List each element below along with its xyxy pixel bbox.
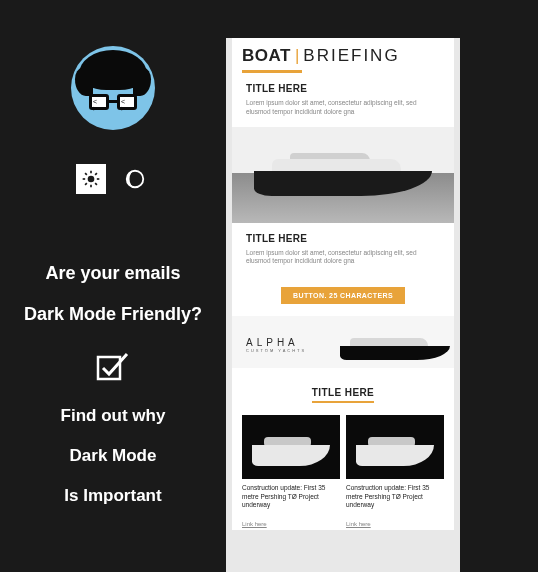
sponsor-tagline: CUSTOM YACHTS — [246, 348, 306, 353]
article-body: Lorem ipsum dolor sit amet, consectetur … — [246, 99, 440, 117]
headline-line-1: Are your emails — [24, 262, 202, 285]
story-card: Construction update: First 35 metre Pers… — [242, 415, 340, 530]
checkmark-icon — [96, 351, 130, 385]
hero-image-yacht — [232, 127, 454, 223]
cta-button[interactable]: BUTTON. 25 CHARACTERS — [281, 287, 405, 304]
article-1: TITLE HERE Lorem ipsum dolor sit amet, c… — [232, 83, 454, 127]
article-title: TITLE HERE — [246, 233, 440, 244]
subhead-line-1: Find out why — [61, 405, 166, 427]
avatar — [71, 46, 155, 130]
subhead-line-2: Dark Mode — [61, 445, 166, 467]
svg-line-8 — [95, 173, 97, 175]
article-2: TITLE HERE Lorem ipsum dolor sit amet, c… — [232, 223, 454, 277]
subhead-line-3: Is Important — [61, 485, 166, 507]
section-header: TITLE HERE — [232, 368, 454, 409]
dark-mode-button[interactable] — [120, 164, 150, 194]
brand-light: BRIEFING — [303, 46, 399, 66]
story-link[interactable]: Link here — [346, 521, 371, 527]
sponsor-banner: ALPHA CUSTOM YACHTS — [232, 316, 454, 368]
article-title: TITLE HERE — [246, 83, 440, 94]
email-preview: BOAT | BRIEFING TITLE HERE Lorem ipsum d… — [226, 38, 460, 572]
theme-toggle-group — [76, 164, 150, 194]
sponsor-name: ALPHA — [246, 337, 299, 348]
svg-point-0 — [88, 176, 95, 183]
article-body: Lorem ipsum dolor sit amet, consectetur … — [246, 249, 440, 267]
email-brand-header: BOAT | BRIEFING — [232, 38, 454, 70]
headline-line-2: Dark Mode Friendly? — [24, 303, 202, 326]
story-link[interactable]: Link here — [242, 521, 267, 527]
story-card: Construction update: First 35 metre Pers… — [346, 415, 444, 530]
story-image — [346, 415, 444, 479]
svg-line-6 — [95, 183, 97, 185]
sun-icon — [81, 169, 101, 189]
light-mode-button[interactable] — [76, 164, 106, 194]
story-title: Construction update: First 35 metre Pers… — [346, 484, 444, 509]
brand-strong: BOAT — [242, 46, 291, 66]
brand-underline — [242, 70, 302, 73]
svg-line-7 — [85, 183, 87, 185]
moon-icon — [124, 168, 146, 190]
svg-line-5 — [85, 173, 87, 175]
story-title: Construction update: First 35 metre Pers… — [242, 484, 340, 509]
section-title: TITLE HERE — [312, 387, 374, 403]
story-image — [242, 415, 340, 479]
